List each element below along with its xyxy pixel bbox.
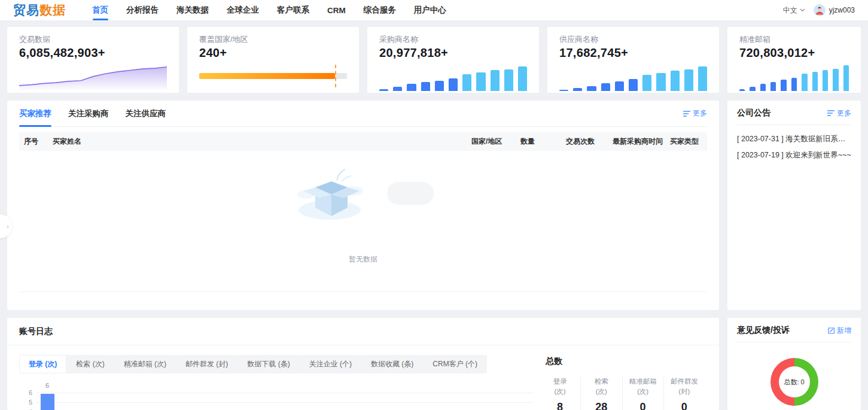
total-value: 28 xyxy=(583,401,619,410)
app-logo[interactable]: 贸易数据 xyxy=(13,2,66,19)
stat-card-value: 17,682,745+ xyxy=(559,46,707,60)
log-tab-检索 (次)[interactable]: 检索 (次) xyxy=(66,355,114,373)
account-log-bar-chart: 6546 xyxy=(19,382,540,410)
stat-card-chart xyxy=(559,63,707,93)
language-selector[interactable]: 中文 xyxy=(783,5,805,16)
nav-item-海关数据[interactable]: 海关数据 xyxy=(176,0,209,20)
column-header: 买家类型 xyxy=(665,136,707,147)
feedback-donut-center: 总数: 0 xyxy=(784,378,804,387)
avatar xyxy=(814,4,826,16)
stat-card: 采购商名称20,977,818+ xyxy=(367,27,539,93)
mini-bar-chart xyxy=(379,63,527,91)
mini-bar xyxy=(671,71,680,91)
feedback-donut-hole: 总数: 0 xyxy=(779,366,810,397)
log-tab-数据收藏 (条)[interactable]: 数据收藏 (条) xyxy=(361,355,423,373)
stat-card-emails: 精准邮箱720,803,012+ xyxy=(727,27,861,93)
nav-item-首页[interactable]: 首页 xyxy=(92,0,108,20)
announcements-more-link[interactable]: 更多 xyxy=(827,108,851,119)
y-axis-tick: 6 xyxy=(19,389,32,396)
nav-item-CRM[interactable]: CRM xyxy=(327,0,346,20)
total-label: 登录(次) xyxy=(542,376,578,396)
total-value: 0 xyxy=(666,401,702,410)
announcement-item[interactable]: [ 2023-07-19 ] 欢迎来到新世界~~~ xyxy=(737,147,851,163)
mini-bar xyxy=(407,84,416,91)
mini-bar xyxy=(760,84,766,91)
log-tab-邮件群发 (封)[interactable]: 邮件群发 (封) xyxy=(176,355,237,373)
list-icon xyxy=(683,111,690,117)
total-label-unit: (次) xyxy=(625,387,661,397)
feedback-title: 意见反馈/投诉 xyxy=(737,325,790,336)
announcement-date: [ 2023-07-31 ] xyxy=(737,135,785,143)
mini-bar xyxy=(587,86,596,91)
mini-bar xyxy=(449,78,458,91)
mini-bar xyxy=(462,74,471,91)
username: yjzw003 xyxy=(829,6,855,14)
log-tab-数据下载 (条)[interactable]: 数据下载 (条) xyxy=(237,355,299,373)
totals-columns: 登录(次)8检索(次)28精准邮箱(次)0邮件群发(封)0 xyxy=(540,376,705,410)
stat-card-chart xyxy=(379,63,527,93)
total-column: 邮件群发(封)0 xyxy=(663,376,705,410)
total-label-name: 邮件群发 xyxy=(666,376,702,387)
mini-bar xyxy=(559,90,568,91)
stat-card-value: 720,803,012+ xyxy=(739,46,849,60)
tab-买家推荐[interactable]: 买家推荐 xyxy=(19,101,51,126)
tab-关注供应商[interactable]: 关注供应商 xyxy=(126,101,166,126)
mini-bar xyxy=(684,69,693,91)
feedback-donut-chart: 总数: 0 xyxy=(770,358,818,406)
grid-line xyxy=(36,402,534,403)
mini-bar xyxy=(518,66,527,91)
mini-bar xyxy=(601,83,610,91)
buyer-more-link[interactable]: 更多 xyxy=(683,108,707,119)
feedback-add-link[interactable]: 新增 xyxy=(828,326,851,336)
nav-item-综合服务[interactable]: 综合服务 xyxy=(364,0,396,20)
mini-bar xyxy=(476,72,485,91)
mini-bar xyxy=(573,88,582,91)
total-label: 邮件群发(封) xyxy=(666,376,702,396)
stat-card-label: 覆盖国家/地区 xyxy=(199,34,347,45)
mini-bar xyxy=(802,74,807,91)
mini-bar xyxy=(629,79,638,91)
mini-bar xyxy=(739,89,745,91)
account-log-header: 账号日志 xyxy=(7,318,719,345)
log-tab-精准邮箱 (次)[interactable]: 精准邮箱 (次) xyxy=(114,355,176,373)
total-column: 检索(次)28 xyxy=(580,376,622,410)
log-tab-关注企业 (个)[interactable]: 关注企业 (个) xyxy=(300,355,361,373)
total-value: 0 xyxy=(625,401,661,410)
stat-card: 覆盖国家/地区240+ xyxy=(187,27,359,93)
progress-fill xyxy=(199,73,335,79)
account-log-tabs: 登录 (次)检索 (次)精准邮箱 (次)邮件群发 (封)数据下载 (条)关注企业… xyxy=(19,355,487,373)
logo-part-1: 贸易 xyxy=(13,3,39,17)
grid-line xyxy=(36,393,534,393)
empty-art xyxy=(293,163,434,223)
mini-bar xyxy=(435,81,444,91)
log-bar xyxy=(41,394,54,410)
announcement-item[interactable]: [ 2023-07-31 ] 海关数据新旧系统迁移说明 xyxy=(737,131,851,147)
stat-card-chart xyxy=(739,63,849,93)
totals-title: 总数 xyxy=(546,356,705,367)
stat-card-chart xyxy=(19,63,167,93)
nav-item-分析报告[interactable]: 分析报告 xyxy=(126,0,159,20)
mini-bar xyxy=(656,73,665,91)
nav-item-客户联系[interactable]: 客户联系 xyxy=(277,0,309,20)
tab-关注采购商[interactable]: 关注采购商 xyxy=(68,101,109,126)
log-tab-登录 (次)[interactable]: 登录 (次) xyxy=(19,355,66,373)
total-label-unit: (次) xyxy=(583,387,619,397)
column-header: 序号 xyxy=(19,136,48,147)
empty-box-icon xyxy=(293,163,370,223)
y-axis-tick: 5 xyxy=(19,399,32,406)
log-tab-CRM客户 (个)[interactable]: CRM客户 (个) xyxy=(423,355,487,373)
user-menu[interactable]: yjzw003 xyxy=(814,4,855,16)
mini-bar xyxy=(615,81,624,91)
empty-state-pill xyxy=(387,182,434,205)
feedback-donut-wrap: 总数: 0 xyxy=(737,358,851,406)
total-column: 精准邮箱(次)0 xyxy=(622,376,663,410)
mini-bar-chart xyxy=(559,63,707,91)
total-column: 登录(次)8 xyxy=(540,376,580,410)
nav-item-用户中心[interactable]: 用户中心 xyxy=(414,0,446,20)
progress-chart xyxy=(199,73,347,79)
nav-item-全球企业[interactable]: 全球企业 xyxy=(227,0,259,20)
mini-bar xyxy=(823,70,828,91)
mini-bar xyxy=(770,82,776,91)
column-header: 最新采购商时间 xyxy=(608,136,665,147)
chevron-down-icon xyxy=(800,8,805,12)
